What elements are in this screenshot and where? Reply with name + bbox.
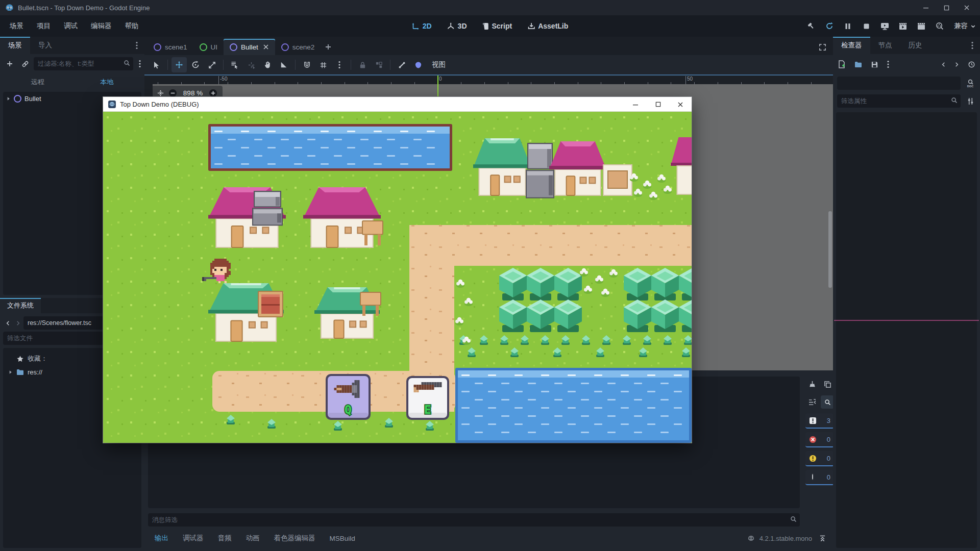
restart-project-button[interactable] bbox=[821, 18, 838, 34]
scene-filter-input[interactable] bbox=[34, 57, 133, 70]
switch-script-button[interactable]: Script bbox=[477, 15, 518, 37]
tab-import[interactable]: 导入 bbox=[30, 37, 60, 54]
menu-1[interactable]: 场景 bbox=[3, 15, 30, 37]
view-menu-button[interactable]: 视图 bbox=[427, 57, 451, 72]
skeleton-button[interactable] bbox=[394, 57, 409, 72]
snap-options-button[interactable] bbox=[332, 57, 347, 72]
movie-maker-button[interactable] bbox=[932, 18, 948, 34]
game-minimize-button[interactable] bbox=[624, 97, 647, 112]
add-node-button[interactable] bbox=[3, 57, 16, 70]
instance-scene-button[interactable] bbox=[18, 57, 32, 70]
rotate-tool-button[interactable] bbox=[188, 57, 203, 72]
smart-snap-button[interactable] bbox=[299, 57, 314, 72]
load-resource-button[interactable] bbox=[851, 58, 865, 71]
pause-button[interactable] bbox=[840, 18, 856, 34]
tab-inspector-2[interactable]: 历史 bbox=[900, 37, 930, 54]
window-close-button[interactable] bbox=[957, 0, 977, 15]
play-scene-button[interactable] bbox=[895, 18, 911, 34]
game-close-button[interactable] bbox=[669, 97, 692, 112]
lock-button[interactable] bbox=[355, 57, 370, 72]
bottom-tab-3[interactable]: 动画 bbox=[240, 530, 266, 547]
stop-button[interactable] bbox=[858, 18, 874, 34]
play-custom-scene-button[interactable] bbox=[913, 18, 929, 34]
clear-output-button[interactable] bbox=[805, 378, 819, 391]
build-button[interactable] bbox=[803, 18, 819, 34]
window-minimize-button[interactable] bbox=[916, 0, 936, 15]
tab-filesystem[interactable]: 文件系统 bbox=[0, 298, 41, 313]
hotbar-slot-E[interactable]: E bbox=[406, 376, 449, 420]
expand-arrow-icon[interactable] bbox=[6, 96, 11, 101]
switch-3d-button[interactable]: 3D bbox=[442, 15, 472, 37]
open-docs-button[interactable]: DOC bbox=[964, 77, 977, 90]
menu-5[interactable]: 帮助 bbox=[118, 15, 145, 37]
menu-4[interactable]: 编辑器 bbox=[84, 15, 118, 37]
window-maximize-button[interactable] bbox=[936, 0, 957, 15]
center-view-button[interactable] bbox=[157, 89, 164, 97]
filter-error-messages-button[interactable]: 0 bbox=[805, 432, 834, 447]
menu-2[interactable]: 项目 bbox=[30, 15, 57, 37]
move-tool-button[interactable] bbox=[172, 57, 187, 72]
update-notification-icon[interactable] bbox=[747, 535, 755, 542]
switch-assetlib-button[interactable]: AssetLib bbox=[522, 15, 573, 37]
fs-forward-button[interactable] bbox=[13, 316, 22, 330]
remote-debug-button[interactable] bbox=[876, 18, 893, 34]
zoom-out-button[interactable] bbox=[168, 89, 177, 97]
inspector-filter-input[interactable] bbox=[837, 94, 961, 108]
game-window[interactable]: Top Down Demo (DEBUG) QE bbox=[103, 97, 692, 443]
list-select-button[interactable] bbox=[227, 57, 242, 72]
scene-tree-menu-button[interactable] bbox=[135, 57, 144, 70]
copy-output-button[interactable] bbox=[821, 378, 834, 391]
history-back-button[interactable] bbox=[938, 58, 948, 71]
renderer-selector[interactable]: 兼容 bbox=[950, 21, 976, 31]
pivot-tool-button[interactable] bbox=[243, 57, 259, 72]
close-tab-icon[interactable] bbox=[263, 44, 269, 50]
inspector-dock-menu-button[interactable] bbox=[967, 40, 978, 51]
message-filter-input[interactable] bbox=[148, 513, 800, 527]
history-forward-button[interactable] bbox=[951, 58, 962, 71]
tab-inspector-0[interactable]: 检查器 bbox=[833, 37, 870, 54]
zoom-level[interactable]: 898 % bbox=[181, 89, 205, 97]
resource-options-button[interactable] bbox=[884, 58, 892, 71]
fs-back-button[interactable] bbox=[3, 316, 12, 330]
bottom-tab-0[interactable]: 输出 bbox=[149, 530, 175, 547]
scene-tab-UI[interactable]: UI bbox=[193, 39, 224, 55]
scale-tool-button[interactable] bbox=[204, 57, 219, 72]
bottom-tab-1[interactable]: 调试器 bbox=[177, 530, 210, 547]
select-tool-button[interactable] bbox=[149, 57, 164, 72]
bottom-tab-4[interactable]: 着色器编辑器 bbox=[268, 530, 322, 547]
remote-tab[interactable]: 远程 bbox=[3, 76, 72, 89]
collapse-duplicates-button[interactable] bbox=[805, 395, 819, 409]
zoom-in-button[interactable] bbox=[209, 89, 217, 97]
ik-button[interactable] bbox=[410, 57, 426, 72]
group-button[interactable] bbox=[371, 57, 386, 72]
tab-inspector-1[interactable]: 节点 bbox=[870, 37, 900, 54]
new-scene-tab-button[interactable] bbox=[321, 39, 336, 55]
bottom-tab-2[interactable]: 音频 bbox=[212, 530, 238, 547]
scene-tab-scene1[interactable]: scene1 bbox=[148, 39, 193, 55]
save-resource-button[interactable] bbox=[868, 58, 881, 71]
scene-tab-Bullet[interactable]: Bullet bbox=[224, 39, 275, 55]
local-tab[interactable]: 本地 bbox=[72, 76, 142, 89]
switch-2d-button[interactable]: 2D bbox=[407, 15, 437, 37]
expand-arrow-icon[interactable] bbox=[8, 370, 13, 374]
left-dock-menu-button[interactable] bbox=[131, 40, 142, 51]
menu-3[interactable]: 调试 bbox=[57, 15, 84, 37]
hotbar-slot-Q[interactable]: Q bbox=[326, 374, 371, 420]
bottom-tab-5[interactable]: MSBuild bbox=[324, 530, 361, 547]
grid-snap-button[interactable] bbox=[315, 57, 331, 72]
filter-warning-messages-button[interactable]: 0 bbox=[805, 451, 834, 466]
property-tools-button[interactable] bbox=[964, 94, 977, 108]
new-resource-button[interactable] bbox=[835, 58, 848, 71]
canvas-vertical-scrollbar[interactable] bbox=[828, 211, 832, 288]
show-search-button[interactable] bbox=[821, 395, 834, 409]
game-viewport[interactable]: QE bbox=[103, 112, 692, 443]
scene-tab-scene2[interactable]: scene2 bbox=[275, 39, 321, 55]
ruler-tool-button[interactable] bbox=[276, 57, 291, 72]
pan-tool-button[interactable] bbox=[260, 57, 275, 72]
distraction-free-button[interactable] bbox=[816, 40, 829, 54]
expand-bottom-panel-button[interactable] bbox=[817, 533, 828, 544]
game-maximize-button[interactable] bbox=[647, 97, 669, 112]
tab-scene[interactable]: 场景 bbox=[0, 37, 30, 54]
filter-editor-messages-button[interactable]: 0 bbox=[805, 470, 834, 485]
history-list-button[interactable] bbox=[965, 58, 978, 71]
